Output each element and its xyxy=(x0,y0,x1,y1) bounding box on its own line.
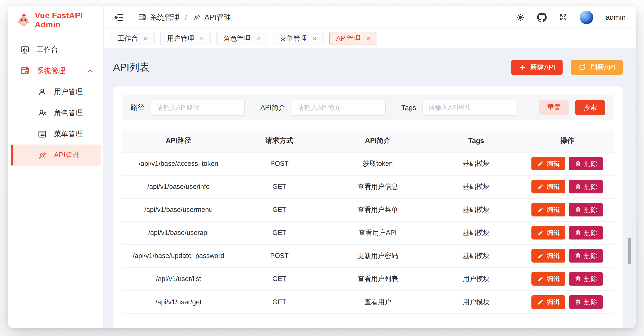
trash-icon xyxy=(574,253,581,259)
sidebar-item-label: API管理 xyxy=(54,150,80,160)
cell-actions: 编辑 删除 xyxy=(520,267,614,290)
col-path: API路径 xyxy=(122,130,235,152)
cell-actions: 编辑 删除 xyxy=(520,244,614,267)
trash-icon xyxy=(574,206,581,213)
sidebar-item-users[interactable]: 用户管理 xyxy=(8,81,104,102)
cell-summary: 获取token xyxy=(324,152,432,175)
tab[interactable]: 工作台 × xyxy=(110,32,154,45)
tab-label: API管理 xyxy=(336,34,360,43)
role-icon xyxy=(38,108,47,118)
edit-button[interactable]: 编辑 xyxy=(532,203,566,216)
delete-button[interactable]: 删除 xyxy=(569,157,603,170)
tab-label: 角色管理 xyxy=(224,34,250,43)
pencil-icon xyxy=(537,183,544,190)
table-row: /api/v1/base/access_token POST 获取token 基… xyxy=(122,152,614,175)
tab-close-icon[interactable]: × xyxy=(144,35,148,42)
pencil-icon xyxy=(537,276,544,282)
delete-button[interactable]: 删除 xyxy=(569,272,603,286)
cell-actions: 编辑 删除 xyxy=(520,152,614,175)
user-avatar[interactable] xyxy=(580,11,593,24)
sidebar-item-workbench[interactable]: 工作台 xyxy=(8,39,104,60)
edit-button[interactable]: 编辑 xyxy=(532,272,566,286)
delete-button[interactable]: 删除 xyxy=(569,180,603,193)
trash-icon xyxy=(574,229,581,236)
pencil-icon xyxy=(537,253,544,259)
cell-summary: 更新用户密码 xyxy=(324,244,432,267)
app-logo[interactable]: Vue FastAPI Admin xyxy=(8,6,104,34)
sidebar-item-label: 菜单管理 xyxy=(54,129,83,139)
app-title: Vue FastAPI Admin xyxy=(35,11,104,29)
tab[interactable]: 角色管理 × xyxy=(216,32,267,45)
edit-label: 编辑 xyxy=(547,275,560,283)
tab-close-icon[interactable]: × xyxy=(200,35,204,42)
tags-filter-input[interactable] xyxy=(422,100,516,116)
tab[interactable]: 菜单管理 × xyxy=(273,32,324,45)
tab-close-icon[interactable]: × xyxy=(366,35,370,42)
tab[interactable]: 用户管理 × xyxy=(160,32,211,45)
tab-label: 工作台 xyxy=(118,34,138,43)
edit-button[interactable]: 编辑 xyxy=(532,180,566,193)
menu-list-icon xyxy=(38,129,47,139)
github-icon[interactable] xyxy=(537,12,547,22)
cell-tags: 基础模块 xyxy=(432,175,520,198)
table-row: /api/v1/user/list GET 查看用户列表 用户模块 编辑 删除 xyxy=(122,267,614,290)
reset-button[interactable]: 重置 xyxy=(539,100,569,115)
tab-close-icon[interactable]: × xyxy=(256,35,260,42)
trash-icon xyxy=(574,276,581,282)
theme-toggle-icon[interactable] xyxy=(516,13,525,22)
delete-button[interactable]: 删除 xyxy=(569,249,603,263)
delete-button[interactable]: 删除 xyxy=(569,295,603,309)
sidebar-item-menus[interactable]: 菜单管理 xyxy=(8,124,104,145)
breadcrumb-api[interactable]: API管理 xyxy=(193,12,231,22)
breadcrumb-separator: / xyxy=(185,13,187,21)
cell-method: GET xyxy=(235,290,324,313)
path-filter-label: 路径 xyxy=(131,103,144,112)
tab-close-icon[interactable]: × xyxy=(312,35,316,42)
cell-method: POST xyxy=(235,244,324,267)
sidebar-item-roles[interactable]: 角色管理 xyxy=(8,102,104,124)
pencil-icon xyxy=(537,206,544,213)
plug-icon xyxy=(38,150,47,160)
refresh-api-button[interactable]: 刷新API xyxy=(571,60,623,75)
pencil-icon xyxy=(537,299,544,305)
cell-method: GET xyxy=(235,175,324,198)
table-row: /api/v1/base/userinfo GET 查看用户信息 基础模块 编辑… xyxy=(122,175,614,198)
edit-button[interactable]: 编辑 xyxy=(532,295,566,309)
new-api-button[interactable]: 新建API xyxy=(511,60,563,75)
sidebar-item-system[interactable]: 系统管理 xyxy=(8,60,104,81)
edit-button[interactable]: 编辑 xyxy=(532,226,566,239)
edit-button[interactable]: 编辑 xyxy=(532,157,566,170)
sidebar-item-label: 工作台 xyxy=(36,45,58,55)
sidebar-menu: 工作台 系统管理 用户管理 角色管理 菜单管理 API xyxy=(8,34,104,166)
collapse-sidebar-icon[interactable] xyxy=(114,12,124,22)
sidebar-item-label: 角色管理 xyxy=(54,108,83,118)
tab-label: 菜单管理 xyxy=(280,34,307,43)
vertical-scrollbar-thumb[interactable] xyxy=(628,238,631,264)
fullscreen-icon[interactable] xyxy=(559,13,568,22)
page-actions: 新建API 刷新API xyxy=(511,60,623,75)
monitor-icon xyxy=(20,45,30,55)
summary-filter-label: API简介 xyxy=(260,103,286,112)
filter-bar: 路径 API简介 Tags 重置 搜索 xyxy=(122,95,614,120)
delete-button[interactable]: 删除 xyxy=(569,226,603,239)
pencil-icon xyxy=(537,161,544,167)
cell-api-path: /api/v1/user/get xyxy=(122,290,235,313)
cell-tags: 用户模块 xyxy=(432,267,520,290)
tab[interactable]: API管理 × xyxy=(329,32,377,45)
breadcrumb-system[interactable]: 系统管理 xyxy=(138,12,180,22)
edit-button[interactable]: 编辑 xyxy=(532,249,566,263)
main-area: 系统管理 / API管理 admin 工作台 × 用户管理 × xyxy=(104,6,636,328)
cell-tags: 基础模块 xyxy=(432,221,520,244)
cell-actions: 编辑 删除 xyxy=(520,290,614,313)
sidebar-item-apis[interactable]: API管理 xyxy=(11,145,101,166)
delete-button[interactable]: 删除 xyxy=(569,203,603,216)
username[interactable]: admin xyxy=(606,13,626,21)
page-header: API列表 新建API 刷新API xyxy=(113,48,623,87)
col-method: 请求方式 xyxy=(235,130,324,152)
path-filter-input[interactable] xyxy=(151,100,245,116)
search-button[interactable]: 搜索 xyxy=(575,100,605,115)
edit-label: 编辑 xyxy=(547,159,560,168)
tab-bar: 工作台 × 用户管理 × 角色管理 × 菜单管理 × API管理 × xyxy=(104,29,636,48)
summary-filter-input[interactable] xyxy=(292,100,386,116)
chevron-up-icon[interactable] xyxy=(86,67,94,75)
